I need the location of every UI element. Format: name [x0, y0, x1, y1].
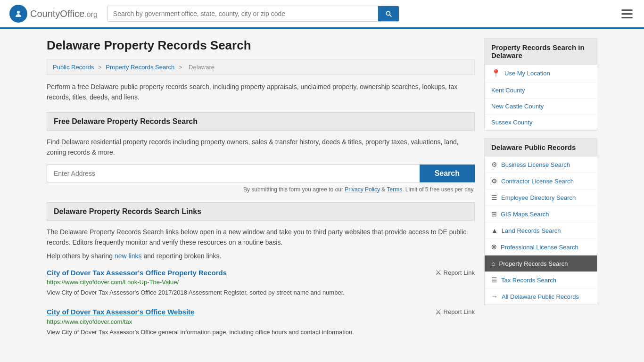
- record-title[interactable]: City of Dover Tax Assessor's Office Webs…: [47, 308, 194, 316]
- hamburger-line: [621, 9, 633, 11]
- use-my-location-item[interactable]: 📍 Use My Location: [485, 65, 597, 82]
- search-icon: [385, 10, 392, 17]
- breadcrumb-link-property[interactable]: Property Records Search: [106, 64, 174, 71]
- report-link[interactable]: ⚔ Report Link: [435, 268, 475, 277]
- record-card-header: City of Dover Tax Assessor's Office Webs…: [47, 308, 475, 316]
- county-item[interactable]: Sussex County: [485, 115, 597, 130]
- address-search-form: Search: [47, 165, 475, 182]
- main-content: Delaware Property Records Search Public …: [47, 38, 475, 347]
- sidebar-item-icon: ❋: [491, 243, 497, 251]
- public-records-item[interactable]: ⊞GIS Maps Search: [485, 206, 597, 222]
- record-card-header: City of Dover Tax Assessor's Office Prop…: [47, 268, 475, 277]
- location-sidebar-section: Property Records Search in Delaware 📍 Us…: [484, 38, 597, 131]
- public-records-link[interactable]: Employee Directory Search: [501, 194, 576, 201]
- location-icon: 📍: [491, 69, 501, 78]
- breadcrumb-link-public-records[interactable]: Public Records: [53, 64, 94, 71]
- sidebar-item-icon: ⌂: [491, 260, 495, 267]
- page-title: Delaware Property Records Search: [47, 38, 475, 53]
- public-records-item[interactable]: ⚙Business License Search: [485, 156, 597, 173]
- public-records-link[interactable]: Tax Records Search: [501, 277, 556, 284]
- breadcrumb-sep: >: [179, 64, 184, 71]
- report-icon: ⚔: [435, 268, 441, 277]
- county-link[interactable]: New Castle County: [491, 103, 544, 110]
- county-item[interactable]: New Castle County: [485, 99, 597, 115]
- public-records-list: ⚙Business License Search⚙Contractor Lice…: [485, 156, 597, 304]
- hamburger-line: [621, 17, 633, 18]
- new-links-link[interactable]: new links: [115, 252, 142, 260]
- hamburger-line: [621, 13, 633, 15]
- header-search-input[interactable]: [107, 6, 378, 21]
- use-my-location-link[interactable]: Use My Location: [504, 70, 550, 77]
- privacy-policy-link[interactable]: Privacy Policy: [345, 186, 380, 193]
- logo-icon: [9, 5, 27, 23]
- breadcrumb-sep: >: [98, 64, 103, 71]
- address-input[interactable]: [47, 165, 420, 182]
- sidebar-item-icon: ⊞: [491, 210, 497, 218]
- public-records-section-title: Delaware Public Records: [485, 139, 597, 156]
- sharing-note: Help others by sharing new links and rep…: [47, 252, 475, 260]
- record-card: City of Dover Tax Assessor's Office Webs…: [47, 308, 475, 337]
- record-url: https://www.cityofdover.com/tax: [47, 318, 475, 325]
- public-records-link[interactable]: Land Records Search: [502, 227, 561, 234]
- report-icon: ⚔: [435, 308, 441, 316]
- public-records-item[interactable]: →All Delaware Public Records: [485, 288, 597, 304]
- free-search-description: Find Delaware residential property recor…: [47, 137, 475, 158]
- sharing-note-pre: Help others by sharing: [47, 252, 115, 260]
- links-section: Delaware Property Records Search Links T…: [47, 202, 475, 337]
- links-description: The Delaware Property Records Search lin…: [47, 227, 475, 248]
- sharing-note-post: and reporting broken links.: [142, 252, 222, 260]
- public-records-link[interactable]: Professional License Search: [501, 244, 578, 251]
- county-item[interactable]: Kent County: [485, 82, 597, 99]
- record-card: City of Dover Tax Assessor's Office Prop…: [47, 268, 475, 297]
- header-search-bar[interactable]: [107, 6, 399, 22]
- search-button[interactable]: Search: [420, 165, 475, 182]
- sidebar-item-icon: ☰: [491, 194, 497, 201]
- logo-text: CountyOffice.org: [30, 8, 98, 19]
- header-search-button[interactable]: [378, 6, 399, 21]
- sidebar-item-icon: ▲: [491, 227, 498, 234]
- public-records-item[interactable]: ⌂Property Records Search: [485, 255, 597, 272]
- disclaimer-and: &: [380, 186, 387, 193]
- public-records-link[interactable]: Contractor License Search: [501, 178, 574, 185]
- public-records-sidebar-section: Delaware Public Records ⚙Business Licens…: [484, 138, 597, 305]
- public-records-item[interactable]: ⚙Contractor License Search: [485, 173, 597, 189]
- public-records-item[interactable]: ▲Land Records Search: [485, 222, 597, 239]
- breadcrumb-current: Delaware: [189, 64, 215, 71]
- links-section-header: Delaware Property Records Search Links: [47, 202, 475, 221]
- free-search-section-header: Free Delaware Property Records Search: [47, 112, 475, 131]
- sidebar-item-icon: →: [491, 293, 498, 300]
- public-records-link[interactable]: Property Records Search: [499, 260, 568, 267]
- public-records-item[interactable]: ☰Tax Records Search: [485, 272, 597, 288]
- breadcrumb: Public Records > Property Records Search…: [47, 59, 475, 75]
- record-desc: View City of Dover Tax Assessor's Office…: [47, 328, 475, 337]
- form-disclaimer: By submitting this form you agree to our…: [47, 186, 475, 193]
- public-records-link[interactable]: Business License Search: [501, 161, 570, 168]
- record-title[interactable]: City of Dover Tax Assessor's Office Prop…: [47, 269, 227, 277]
- hamburger-menu-button[interactable]: [619, 8, 635, 20]
- svg-point-1: [17, 11, 20, 14]
- intro-text: Perform a free Delaware public property …: [47, 82, 475, 103]
- site-header: CountyOffice.org: [0, 0, 644, 29]
- disclaimer-text-post: . Limit of 5 free uses per day.: [402, 186, 475, 193]
- public-records-link[interactable]: All Delaware Public Records: [502, 293, 579, 300]
- public-records-item[interactable]: ☰Employee Directory Search: [485, 189, 597, 206]
- public-records-item[interactable]: ❋Professional License Search: [485, 239, 597, 255]
- county-link[interactable]: Sussex County: [491, 119, 532, 126]
- terms-link[interactable]: Terms: [387, 186, 402, 193]
- sidebar-item-icon: ⚙: [491, 161, 497, 168]
- record-desc: View City of Dover Tax Assessor's Office…: [47, 288, 475, 297]
- record-list: City of Dover Tax Assessor's Office Prop…: [47, 268, 475, 337]
- logo[interactable]: CountyOffice.org: [9, 5, 98, 23]
- page-layout: Delaware Property Records Search Public …: [39, 29, 605, 356]
- sidebar-item-icon: ⚙: [491, 177, 497, 185]
- county-list: Kent CountyNew Castle CountySussex Count…: [485, 82, 597, 130]
- sidebar: Property Records Search in Delaware 📍 Us…: [484, 38, 597, 347]
- public-records-link[interactable]: GIS Maps Search: [501, 211, 549, 218]
- location-section-title: Property Records Search in Delaware: [485, 39, 597, 65]
- sidebar-item-icon: ☰: [491, 276, 497, 284]
- report-label[interactable]: Report Link: [444, 308, 475, 315]
- report-link[interactable]: ⚔ Report Link: [435, 308, 475, 316]
- county-link[interactable]: Kent County: [491, 87, 525, 94]
- report-label[interactable]: Report Link: [444, 269, 475, 276]
- record-url: https://www.cityofdover.com/Look-Up-The-…: [47, 279, 475, 286]
